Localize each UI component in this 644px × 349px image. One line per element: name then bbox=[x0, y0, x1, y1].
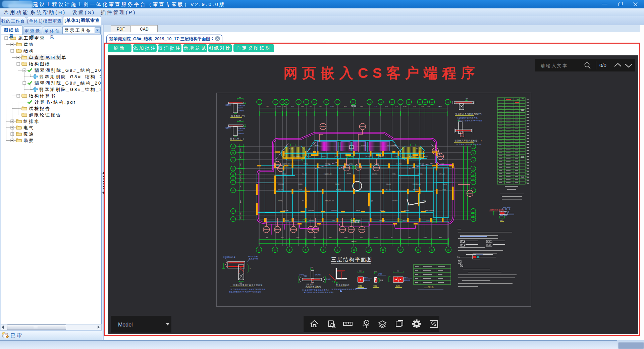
svg-text:L1(2) 200x400: L1(2) 200x400 bbox=[325, 200, 334, 202]
svg-text:7: 7 bbox=[305, 249, 306, 251]
svg-text:A6@200: A6@200 bbox=[404, 280, 410, 281]
svg-text:N: N bbox=[473, 146, 474, 148]
svg-text:10: 10 bbox=[325, 101, 327, 103]
svg-text:2700: 2700 bbox=[309, 106, 312, 107]
svg-text:A4: A4 bbox=[500, 219, 502, 221]
svg-text:1800: 1800 bbox=[313, 237, 316, 239]
svg-text:200x500: 200x500 bbox=[416, 148, 421, 150]
svg-text:KL9(2): KL9(2) bbox=[278, 200, 283, 202]
svg-text:2A12: 2A12 bbox=[378, 273, 382, 275]
svg-text:KL3(2): KL3(2) bbox=[321, 126, 325, 127]
svg-text:19: 19 bbox=[417, 249, 419, 251]
svg-text:23: 23 bbox=[447, 101, 449, 103]
svg-text:2700: 2700 bbox=[296, 237, 300, 239]
svg-text:11: 11 bbox=[336, 249, 338, 251]
svg-text:3150: 3150 bbox=[423, 237, 427, 239]
svg-text:750: 750 bbox=[390, 237, 393, 239]
svg-text:3: 3 bbox=[282, 101, 283, 103]
svg-text:WKL3(2): WKL3(2) bbox=[278, 183, 284, 185]
svg-text:1350: 1350 bbox=[373, 106, 377, 107]
svg-text:000: 000 bbox=[374, 271, 377, 272]
svg-text:200x400: 200x400 bbox=[386, 183, 391, 185]
svg-text:连梁腰筋: 连梁腰筋 bbox=[238, 133, 244, 134]
svg-text:2850: 2850 bbox=[240, 216, 241, 219]
svg-text:3600: 3600 bbox=[343, 106, 347, 107]
svg-text:4A12: 4A12 bbox=[364, 277, 368, 279]
svg-text:C: C bbox=[473, 210, 474, 212]
svg-text:Ln: Ln bbox=[249, 268, 251, 269]
svg-text:做法上部整梁及b对齐梁体本间锚固定位: 做法上部整梁及b对齐梁体本间锚固定位 bbox=[229, 291, 261, 293]
svg-text:3000: 3000 bbox=[330, 106, 334, 107]
svg-text:L5(1): L5(1) bbox=[423, 200, 426, 202]
svg-text:750: 750 bbox=[240, 186, 241, 188]
svg-text:N: N bbox=[232, 146, 234, 148]
svg-text:L12(1): L12(1) bbox=[356, 209, 360, 211]
svg-text:注:本做法用于无梁顶端,板厚不小: 注:本做法用于无梁顶端,板厚不小 bbox=[302, 289, 329, 291]
svg-text:900: 900 bbox=[291, 106, 294, 107]
svg-text:墙顶标高不同负筋构造(二): 墙顶标高不同负筋构造(二) bbox=[454, 139, 482, 142]
svg-text:0/0: 0/0 bbox=[599, 62, 606, 68]
svg-text:2: 2 bbox=[275, 249, 276, 251]
svg-text:KL7(2A): KL7(2A) bbox=[336, 189, 341, 191]
svg-text:注:屋面板阳角放射筋大样 见图.: 注:屋面板阳角放射筋大样 见图. bbox=[331, 288, 357, 291]
svg-text:KL7(2A): KL7(2A) bbox=[418, 173, 423, 175]
svg-text:阳角楼面补筋: 阳角楼面补筋 bbox=[336, 284, 350, 287]
svg-text:LB h=100: LB h=100 bbox=[308, 209, 314, 211]
svg-text:KL7(2A): KL7(2A) bbox=[283, 209, 288, 211]
svg-text:LB h=100: LB h=100 bbox=[396, 163, 402, 165]
svg-text:3600: 3600 bbox=[344, 237, 347, 239]
svg-text:3900: 3900 bbox=[280, 237, 284, 239]
svg-text:M: M bbox=[232, 152, 234, 154]
svg-text:拉筋加密: 拉筋加密 bbox=[315, 274, 321, 276]
svg-text:13: 13 bbox=[369, 101, 371, 103]
svg-text:XXLPU梁板: XXLPU梁板 bbox=[248, 255, 258, 257]
svg-text:1500: 1500 bbox=[283, 106, 286, 107]
svg-text:KL3(2): KL3(2) bbox=[356, 166, 361, 168]
svg-text:图示以*全区域,纵b=200续筋.: 图示以*全区域,纵b=200续筋. bbox=[458, 119, 483, 122]
svg-text:17: 17 bbox=[399, 249, 401, 251]
svg-text:200x500: 200x500 bbox=[278, 189, 283, 191]
svg-text:KL6(2): KL6(2) bbox=[275, 229, 280, 231]
svg-text:7: 7 bbox=[306, 101, 307, 103]
svg-text:125: 125 bbox=[466, 97, 468, 99]
svg-text:M: M bbox=[473, 152, 474, 154]
svg-text:200: 200 bbox=[239, 119, 241, 121]
svg-text:1800: 1800 bbox=[240, 155, 241, 159]
svg-text:2400: 2400 bbox=[240, 175, 241, 179]
svg-text:WKL3(2): WKL3(2) bbox=[402, 219, 408, 221]
svg-text:3900: 3900 bbox=[301, 106, 304, 107]
svg-text:KL7(2A): KL7(2A) bbox=[374, 163, 379, 165]
svg-text:KL3(2): KL3(2) bbox=[374, 167, 379, 168]
svg-text:L1(2) 200x400: L1(2) 200x400 bbox=[292, 156, 301, 157]
svg-text:KL3(2): KL3(2) bbox=[279, 167, 283, 169]
svg-text:F: F bbox=[232, 178, 233, 180]
svg-text:78400: 78400 bbox=[351, 241, 357, 243]
svg-text:KL2(3): KL2(3) bbox=[289, 148, 293, 150]
svg-text:L5(1): L5(1) bbox=[335, 156, 339, 157]
svg-text:3300: 3300 bbox=[266, 106, 269, 107]
svg-text:6A12: 6A12 bbox=[404, 277, 408, 279]
svg-text:C30: C30 bbox=[521, 133, 524, 135]
svg-text:200x400: 200x400 bbox=[404, 209, 410, 211]
svg-text:20: 20 bbox=[419, 101, 421, 103]
svg-text:L12(1): L12(1) bbox=[440, 163, 444, 165]
svg-text:LB h=100: LB h=100 bbox=[366, 156, 372, 157]
svg-text:18: 18 bbox=[408, 101, 410, 103]
svg-text:KL3(2): KL3(2) bbox=[275, 163, 280, 165]
svg-text:5: 5 bbox=[289, 249, 290, 251]
svg-text:3450: 3450 bbox=[438, 106, 442, 107]
svg-text:Model: Model bbox=[118, 322, 133, 328]
svg-text:200x500: 200x500 bbox=[372, 173, 378, 175]
svg-text:9: 9 bbox=[323, 249, 324, 251]
svg-text:无梁顶板顶构造: 无梁顶板顶构造 bbox=[306, 285, 321, 288]
svg-text:2100: 2100 bbox=[427, 106, 430, 107]
svg-text:KL6(2): KL6(2) bbox=[291, 229, 296, 231]
svg-text:23: 23 bbox=[447, 249, 449, 251]
svg-text:H: H bbox=[232, 173, 234, 176]
svg-text:KL9(2): KL9(2) bbox=[315, 145, 320, 146]
svg-text:1800: 1800 bbox=[319, 106, 322, 107]
svg-text:200x400: 200x400 bbox=[361, 145, 366, 146]
svg-text:L5(1): L5(1) bbox=[392, 173, 396, 175]
svg-text:LB h=100: LB h=100 bbox=[439, 173, 445, 175]
svg-text:1350: 1350 bbox=[374, 237, 378, 239]
